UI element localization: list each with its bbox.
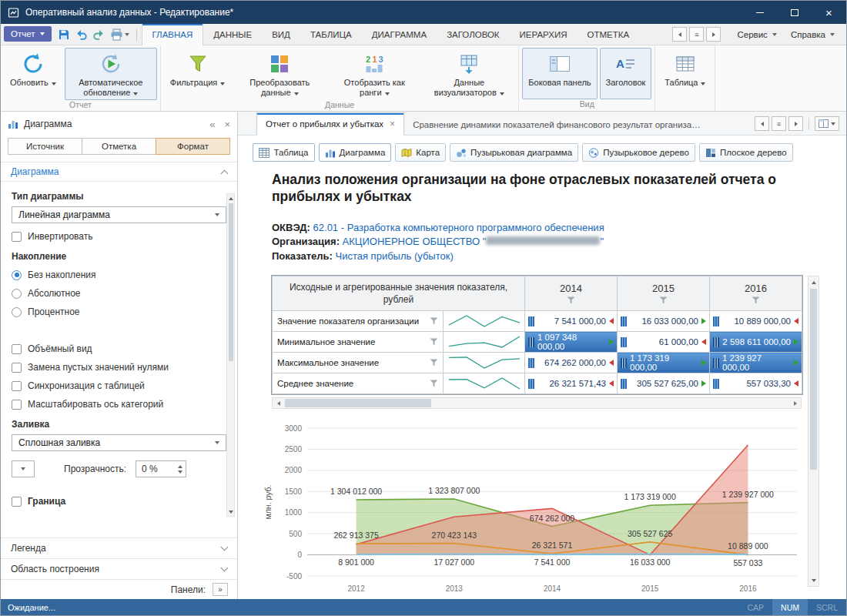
scroll-right-button[interactable] (789, 398, 801, 408)
transparency-spinner[interactable]: 0 % (136, 460, 186, 477)
tab-scroll-left-button[interactable] (755, 116, 769, 131)
ribbon-tab-данные[interactable]: ДАННЫЕ (203, 24, 262, 45)
table-header-year[interactable]: 2015 (618, 276, 710, 311)
content-vertical-scrollbar[interactable] (808, 276, 819, 587)
scroll-down-button[interactable] (227, 507, 234, 516)
value-cell[interactable]: 674 262 000,00 (525, 353, 618, 373)
section-header-plot-area[interactable]: Область построения (1, 558, 237, 579)
format-checkbox[interactable]: Масштабировать ось категорий (12, 399, 226, 410)
fill-color-dropdown[interactable] (12, 460, 35, 477)
maximize-button[interactable] (777, 1, 812, 24)
scroll-down-button[interactable] (808, 574, 819, 586)
refresh-button[interactable]: Обновить (4, 48, 62, 100)
filter-funnel-icon[interactable] (430, 317, 438, 325)
view-button-map-view[interactable]: Карта (395, 143, 446, 162)
stacking-radio[interactable]: Без накопления (12, 270, 226, 280)
scroll-up-button[interactable] (227, 194, 234, 203)
report-menu-button[interactable]: Отчет (4, 26, 52, 42)
ribbon-tab-диаграмма[interactable]: ДИАГРАММА (362, 24, 437, 45)
meta-link[interactable]: АКЦИОНЕРНОЕ ОБЩЕСТВО "" (343, 236, 604, 247)
ribbon-scroll-left-button[interactable] (672, 27, 687, 42)
redo-button[interactable] (91, 26, 108, 42)
side-panel-button[interactable]: Боковая панель (522, 48, 597, 99)
sidebar-tab-отметка[interactable]: Отметка (82, 138, 156, 155)
table-header-year[interactable]: 2014 (525, 276, 618, 311)
show-as-ranks-button[interactable]: 213Отобразить как ранги (328, 48, 420, 100)
table-horizontal-scrollbar[interactable] (272, 397, 802, 409)
value-cell[interactable]: 7 541 000,00 (525, 311, 618, 332)
filter-funnel-icon[interactable] (430, 338, 438, 346)
service-menu[interactable]: Сервис (730, 27, 783, 42)
view-button-bubble-chart-view[interactable]: Пузырьковая диаграмма (450, 143, 578, 162)
format-checkbox[interactable]: Замена пустых значений нулями (12, 362, 226, 373)
close-tab-icon[interactable]: × (390, 119, 395, 129)
ribbon-tab-главная[interactable]: ГЛАВНАЯ (142, 24, 204, 45)
filter-button[interactable]: Фильтрация (164, 48, 231, 100)
save-button[interactable] (55, 26, 72, 42)
sidebar-tab-формат[interactable]: Формат (156, 138, 230, 155)
ribbon-tab-отметка[interactable]: ОТМЕТКА (577, 24, 639, 45)
ribbon-tab-заголовок[interactable]: ЗАГОЛОВОК (437, 24, 509, 45)
format-checkbox[interactable]: Объёмный вид (12, 343, 226, 354)
value-cell[interactable]: 61 000,00 (618, 332, 710, 353)
filter-funnel-icon[interactable] (659, 296, 668, 304)
print-button[interactable] (109, 26, 131, 42)
value-cell[interactable]: 1 097 348 000,00 (525, 332, 618, 353)
help-menu[interactable]: Справка (784, 27, 842, 42)
table-button[interactable]: Таблица (658, 48, 711, 100)
stacking-radio[interactable]: Абсолютное (12, 288, 226, 299)
collapse-panel-button[interactable]: « (209, 119, 215, 130)
spinner-buttons[interactable] (178, 465, 182, 474)
chart-type-select[interactable]: Линейная диаграмма (12, 206, 226, 223)
table-header-year[interactable]: 2016 (710, 276, 802, 311)
ribbon-list-button[interactable]: ≡ (689, 27, 704, 42)
panels-expand-button[interactable]: » (213, 583, 228, 596)
scrollbar-thumb[interactable] (229, 203, 233, 361)
scrollbar-thumb[interactable] (810, 289, 817, 470)
ribbon-scroll-right-button[interactable] (706, 27, 721, 42)
invert-checkbox[interactable]: Инвертировать (12, 231, 226, 242)
view-button-chart-view[interactable]: Диаграмма (319, 143, 392, 162)
section-header-legend[interactable]: Легенда (1, 537, 237, 558)
ribbon-tab-вид[interactable]: ВИД (262, 24, 300, 45)
filter-funnel-icon[interactable] (567, 296, 575, 304)
scroll-left-button[interactable] (273, 398, 284, 408)
filter-funnel-icon[interactable] (430, 380, 438, 387)
transform-data-button[interactable]: Преобразовать данные (233, 48, 326, 100)
meta-link[interactable]: 62.01 - Разработка компьютерного програм… (313, 222, 604, 233)
filter-funnel-icon[interactable] (752, 296, 760, 304)
fill-select[interactable]: Сплошная заливка (12, 434, 226, 451)
close-button[interactable]: × (812, 1, 846, 24)
format-checkbox[interactable]: Синхронизация с таблицей (12, 380, 226, 391)
close-panel-button[interactable]: × (224, 119, 230, 130)
view-button-table-view[interactable]: Таблица (253, 143, 314, 162)
section-header-chart[interactable]: Диаграмма (1, 162, 237, 182)
value-cell[interactable]: 305 527 625,00 (618, 373, 710, 394)
tab-scroll-right-button[interactable] (788, 116, 803, 131)
sidebar-scrollbar[interactable] (226, 193, 235, 517)
view-button-bubble-tree-view[interactable]: Пузырьковое дерево (582, 143, 695, 162)
value-cell[interactable]: 1 239 927 000,00 (710, 353, 802, 373)
ribbon-tab-таблица[interactable]: ТАБЛИЦА (300, 24, 362, 45)
scroll-up-button[interactable] (808, 276, 819, 288)
minimize-button[interactable] (742, 1, 777, 24)
view-button-treemap-view[interactable]: Плоское дерево (699, 143, 793, 162)
tab-list-button[interactable]: ≡ (772, 116, 786, 131)
doc-tab[interactable]: Отчет о прибылях и убытках× (256, 112, 404, 136)
auto-refresh-button[interactable]: Автоматическое обновление (65, 48, 157, 100)
meta-link[interactable]: Чистая прибыль (убыток) (336, 250, 454, 262)
border-checkbox[interactable]: Граница (12, 496, 226, 507)
value-cell[interactable]: 16 033 000,00 (618, 311, 710, 332)
sidebar-tab-источник[interactable]: Источник (8, 138, 82, 155)
value-cell[interactable]: 2 598 611 000,00 (710, 332, 802, 353)
scrollbar-thumb[interactable] (285, 399, 431, 407)
filter-funnel-icon[interactable] (430, 359, 438, 367)
value-cell[interactable]: 1 173 319 000,00 (618, 353, 710, 373)
value-cell[interactable]: 26 321 571,43 (525, 373, 618, 394)
value-cell[interactable]: 10 889 000,00 (710, 311, 802, 332)
ribbon-tab-иерархия[interactable]: ИЕРАРХИЯ (510, 24, 578, 45)
visualizer-data-button[interactable]: Данные визуализаторов (423, 48, 515, 100)
value-cell[interactable]: 557 033,30 (710, 373, 802, 394)
undo-button[interactable] (73, 26, 90, 42)
doc-tab[interactable]: Сравнение динамики показателей финансово… (404, 115, 712, 135)
